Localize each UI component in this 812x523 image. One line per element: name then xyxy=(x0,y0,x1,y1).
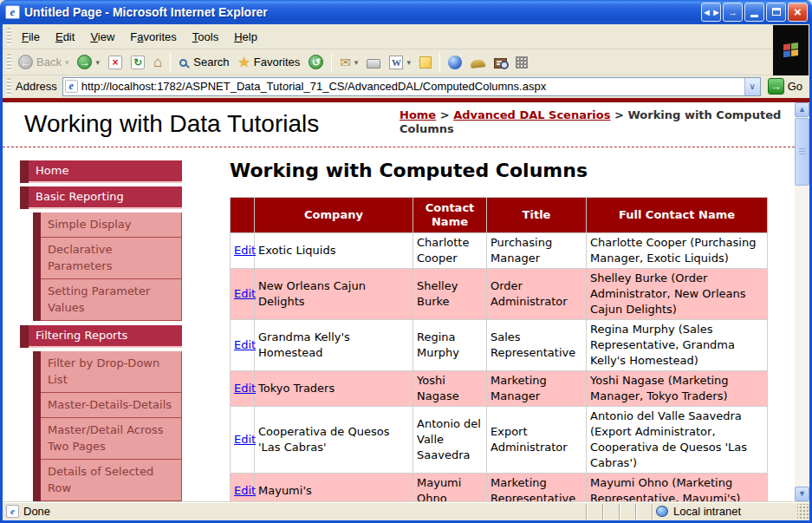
toolbar: ← Back ▾ → ▾ × ↻ ⌂ Search ★ Favorites ↺ xyxy=(3,49,809,75)
status-pane xyxy=(635,504,652,520)
edit-link[interactable]: Edit xyxy=(234,382,256,395)
home-button[interactable]: ⌂ xyxy=(149,53,166,71)
cell-full-contact: Yoshi Nagase (Marketing Manager, Tokyo T… xyxy=(587,371,768,407)
sidebar-item-label: Filtering Reports xyxy=(29,325,182,348)
ie-app-icon: e xyxy=(5,5,20,19)
breadcrumb-link-advanced-dal[interactable]: Advanced DAL Scenarios xyxy=(453,108,610,121)
scroll-down-button[interactable]: ▼ xyxy=(795,487,809,501)
popout-button[interactable]: → xyxy=(723,3,743,22)
maximize-button[interactable] xyxy=(766,3,786,22)
mail-icon: ✉ xyxy=(340,55,351,70)
addon-button[interactable] xyxy=(466,55,490,69)
page-content: Working with Data Tutorials Home > Advan… xyxy=(3,102,795,501)
address-dropdown-button[interactable]: ∨ xyxy=(744,78,760,95)
breadcrumb-link-home[interactable]: Home xyxy=(400,108,436,121)
edit-link[interactable]: Edit xyxy=(234,433,256,446)
sidebar-notch xyxy=(20,160,29,183)
menu-view[interactable]: View xyxy=(82,28,122,46)
col-header-edit xyxy=(231,198,255,233)
cell-full-contact: Regina Murphy (Sales Representative, Gra… xyxy=(587,320,768,371)
title-bar[interactable]: e Untitled Page - Microsoft Internet Exp… xyxy=(0,0,812,24)
menu-file[interactable]: File xyxy=(14,28,48,46)
address-bar: Address e http://localhost:1782/ASPNET_D… xyxy=(3,75,809,98)
refresh-button[interactable]: ↻ xyxy=(127,54,149,71)
security-zone-text: Local intranet xyxy=(673,505,741,518)
sidebar-item-filtering-reports[interactable]: Filtering Reports xyxy=(20,325,182,348)
back-button[interactable]: ← Back ▾ xyxy=(14,53,73,71)
cell-contact: Shelley Burke xyxy=(413,269,487,320)
mail-chevron-icon: ▾ xyxy=(354,58,359,67)
col-header-title: Title xyxy=(487,198,587,233)
close-button[interactable]: × xyxy=(788,3,808,22)
sidebar-item-details-of-selected-row[interactable]: Details of Selected Row xyxy=(33,460,182,501)
blue-sphere-icon xyxy=(448,56,462,69)
scroll-up-button[interactable]: ▲ xyxy=(795,102,809,117)
restore-layout-button[interactable]: ◄► xyxy=(701,3,721,22)
cell-full-contact: Antonio del Valle Saavedra (Export Admin… xyxy=(587,407,768,474)
menu-tools[interactable]: Tools xyxy=(185,28,226,46)
edit-link[interactable]: Edit xyxy=(234,244,256,257)
edit-link[interactable]: Edit xyxy=(234,484,256,497)
address-label: Address xyxy=(14,80,62,93)
address-input[interactable]: e http://localhost:1782/ASPNET_Data_Tuto… xyxy=(62,77,761,96)
sidebar-item-label: Master-Details-Details xyxy=(41,393,182,418)
scrollbar-thumb[interactable] xyxy=(795,118,809,186)
edit-link[interactable]: Edit xyxy=(234,287,256,300)
minimize-button[interactable] xyxy=(744,3,764,22)
go-button[interactable]: → Go xyxy=(761,78,808,95)
favorites-button[interactable]: ★ Favorites xyxy=(233,54,304,71)
resize-grip[interactable] xyxy=(797,504,809,520)
stop-button[interactable]: × xyxy=(104,54,127,71)
history-button[interactable]: ↺ xyxy=(304,53,328,71)
sidebar-strip xyxy=(33,351,41,393)
sidebar-item-filter-by-dropdown-list[interactable]: Filter by Drop-Down List xyxy=(33,351,182,393)
menu-edit[interactable]: Edit xyxy=(48,28,82,46)
go-arrow-icon: → xyxy=(768,78,784,95)
messenger-sphere-button[interactable] xyxy=(444,54,466,71)
sidebar-nav: Home Basic Reporting Simple Display xyxy=(20,160,182,501)
print-button[interactable] xyxy=(362,55,385,70)
favorites-label: Favorites xyxy=(254,56,300,69)
breadcrumb-separator: > xyxy=(440,108,450,121)
word-icon: W xyxy=(389,56,403,69)
sidebar-item-label: Basic Reporting xyxy=(29,186,182,209)
security-zone-pane: Local intranet xyxy=(652,504,797,520)
research-button[interactable] xyxy=(490,55,511,70)
cell-title: Marketing Manager xyxy=(487,371,587,407)
forward-button[interactable]: → ▾ xyxy=(73,53,104,71)
sidebar-item-master-detail-across-two-pages[interactable]: Master/Detail Across Two Pages xyxy=(33,418,182,460)
status-page-icon: e xyxy=(6,505,19,518)
mail-button[interactable]: ✉ ▾ xyxy=(335,53,362,72)
sidebar-item-label: Setting Parameter Values xyxy=(41,279,182,321)
sidebar-item-simple-display[interactable]: Simple Display xyxy=(33,212,182,238)
search-button[interactable]: Search xyxy=(174,54,233,70)
sidebar-notch xyxy=(20,325,29,348)
cell-title: Marketing Representative xyxy=(487,474,587,502)
menu-favorites[interactable]: Favorites xyxy=(122,28,184,46)
print-icon xyxy=(367,59,380,69)
sidebar-item-setting-parameter-values[interactable]: Setting Parameter Values xyxy=(33,279,182,321)
msn-button[interactable] xyxy=(511,55,532,70)
menu-help[interactable]: Help xyxy=(226,28,265,46)
edit-with-word-button[interactable]: W ▾ xyxy=(385,54,415,71)
sidebar-item-master-details-details[interactable]: Master-Details-Details xyxy=(33,393,182,418)
ie-throbber xyxy=(773,25,809,75)
cell-contact: Antonio del Valle Saavedra xyxy=(413,407,487,474)
sidebar-strip xyxy=(33,279,41,321)
site-title: Working with Data Tutorials xyxy=(24,110,319,138)
toolbar-separator xyxy=(170,53,171,72)
cell-company: Cooperativa de Quesos 'Las Cabras' xyxy=(255,407,413,474)
sidebar-item-declarative-parameters[interactable]: Declarative Parameters xyxy=(33,238,182,279)
cell-company: New Orleans Cajun Delights xyxy=(255,269,413,320)
window-title: Untitled Page - Microsoft Internet Explo… xyxy=(24,5,699,19)
cell-contact: Yoshi Nagase xyxy=(413,371,487,407)
scrollbar-track[interactable] xyxy=(795,186,809,487)
sidebar-item-basic-reporting[interactable]: Basic Reporting xyxy=(20,186,182,209)
vertical-scrollbar[interactable]: ▲ ▼ xyxy=(795,102,809,501)
cell-company: Tokyo Traders xyxy=(255,371,413,407)
cell-title: Export Administrator xyxy=(487,407,587,474)
toolbar-separator xyxy=(331,53,332,72)
sidebar-item-home[interactable]: Home xyxy=(20,160,182,183)
edit-link[interactable]: Edit xyxy=(234,338,256,351)
notes-button[interactable] xyxy=(415,55,436,70)
